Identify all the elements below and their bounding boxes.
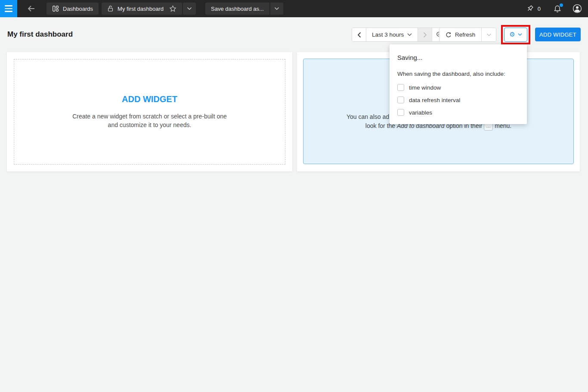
page-title: My first dashboard (7, 30, 73, 39)
chevron-down-icon (187, 7, 192, 10)
save-dashboard-dropdown-button[interactable] (270, 3, 283, 15)
topbar: Dashboards My first dashboard (0, 0, 588, 17)
add-widget-tile[interactable]: ADD WIDGET Create a new widget from scra… (7, 52, 292, 171)
timeframe-label: Last 3 hours (372, 31, 404, 38)
data-refresh-interval-checkbox[interactable] (397, 96, 404, 103)
refresh-group: Refresh (439, 28, 496, 42)
gear-icon: ⚙ (509, 31, 515, 38)
saving-settings-dropdown: Saving... When saving the dashboard, als… (390, 44, 527, 124)
arrow-left-icon (28, 6, 35, 12)
option-variables[interactable]: variables (397, 109, 519, 116)
variables-checkbox[interactable] (397, 109, 404, 116)
avatar-icon (573, 4, 582, 13)
add-widget-dashed-area[interactable]: ADD WIDGET Create a new widget from scra… (14, 59, 285, 165)
timeframe-back-button[interactable] (352, 28, 366, 41)
dashboard-settings-button[interactable]: ⚙ (504, 28, 527, 42)
chevron-left-icon (357, 32, 361, 38)
refresh-label: Refresh (455, 31, 475, 38)
topbar-right-controls: 0 (526, 4, 582, 13)
refresh-button[interactable]: Refresh (439, 28, 482, 41)
chevron-down-icon (486, 33, 492, 37)
tab-current-dashboard[interactable]: My first dashboard (102, 3, 182, 15)
timeframe-forward-button[interactable] (418, 28, 432, 41)
save-dashboard-group: Save dashboard as... (205, 3, 283, 15)
pin-count: 0 (538, 6, 541, 12)
save-dashboard-as-button[interactable]: Save dashboard as... (205, 3, 269, 15)
notifications-button[interactable] (554, 5, 561, 13)
lock-icon (107, 5, 114, 12)
dropdown-title: Saving... (397, 54, 519, 61)
refresh-interval-dropdown-button[interactable] (482, 28, 496, 41)
save-dashboard-as-label: Save dashboard as... (211, 6, 264, 12)
chevron-down-icon (274, 7, 279, 10)
add-widget-button[interactable]: ADD WIDGET (535, 28, 581, 41)
chevron-down-icon (407, 33, 412, 36)
option-time-window[interactable]: time window (397, 84, 519, 91)
dashboard-tab-dropdown-button[interactable] (183, 3, 196, 15)
time-window-checkbox[interactable] (397, 84, 404, 91)
hamburger-menu-button[interactable] (0, 0, 17, 17)
tab-dashboards[interactable]: Dashboards (46, 3, 99, 15)
option-data-refresh-interval[interactable]: data refresh interval (397, 96, 519, 103)
tab-dashboards-label: Dashboards (63, 6, 93, 12)
time-window-label: time window (409, 84, 441, 91)
add-widget-tile-description: Create a new widget from scratch or sele… (72, 112, 227, 129)
pin-button[interactable]: 0 (526, 5, 541, 12)
dropdown-subtitle: When saving the dashboard, also include: (397, 71, 519, 77)
data-refresh-interval-label: data refresh interval (409, 97, 460, 103)
user-avatar-button[interactable] (573, 4, 582, 13)
chevron-down-icon (518, 33, 522, 36)
dashboards-icon (52, 5, 59, 12)
refresh-icon (446, 32, 452, 38)
timeframe-dropdown-button[interactable]: Last 3 hours (366, 28, 418, 41)
pin-icon (526, 5, 534, 12)
variables-label: variables (409, 109, 432, 116)
info-text-line1: You can also ad (347, 113, 389, 120)
notification-dot (560, 3, 563, 7)
hamburger-icon (5, 5, 12, 6)
back-button[interactable] (22, 0, 40, 17)
dashboard-page: Dashboards My first dashboard (0, 0, 588, 392)
chevron-right-icon (423, 32, 427, 38)
tab-current-dashboard-label: My first dashboard (118, 6, 164, 12)
star-icon[interactable] (169, 5, 176, 12)
timeframe-selector-group: Last 3 hours (352, 28, 447, 42)
add-widget-tile-title: ADD WIDGET (122, 94, 177, 104)
current-dashboard-tab-group: My first dashboard (102, 3, 196, 15)
